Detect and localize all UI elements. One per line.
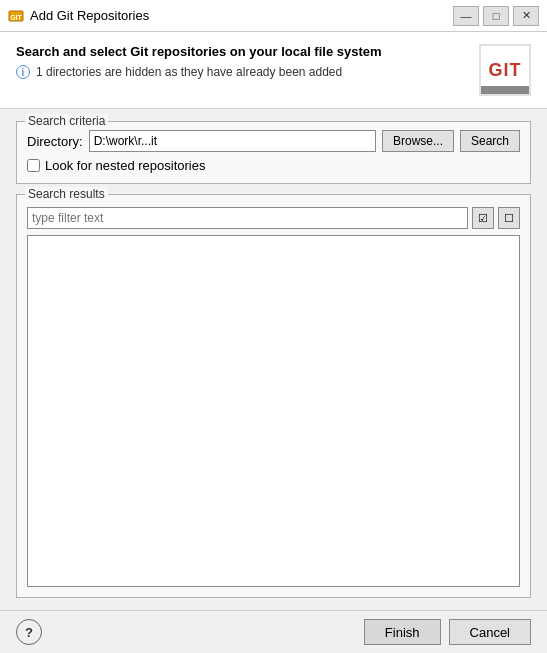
uncheck-all-button[interactable]: ☐: [498, 207, 520, 229]
search-button[interactable]: Search: [460, 130, 520, 152]
browse-button[interactable]: Browse...: [382, 130, 454, 152]
git-logo-text: GIT: [489, 60, 522, 81]
results-list[interactable]: [27, 235, 520, 587]
dialog-content: Search and select Git repositories on yo…: [0, 32, 547, 653]
nested-repos-checkbox[interactable]: [27, 159, 40, 172]
info-icon: i: [16, 65, 30, 79]
header-info: i 1 directories are hidden as they have …: [16, 65, 479, 79]
git-logo-bar: [481, 86, 529, 94]
close-button[interactable]: ✕: [513, 6, 539, 26]
svg-text:GIT: GIT: [10, 14, 22, 21]
cancel-button[interactable]: Cancel: [449, 619, 531, 645]
results-filter-row: ☑ ☐: [27, 207, 520, 229]
minimize-button[interactable]: —: [453, 6, 479, 26]
check-all-button[interactable]: ☑: [472, 207, 494, 229]
search-results-label: Search results: [25, 187, 108, 201]
window-title: Add Git Repositories: [30, 8, 453, 23]
directory-input[interactable]: [89, 130, 376, 152]
body-section: Search criteria Directory: Browse... Sea…: [0, 109, 547, 610]
nested-repos-label[interactable]: Look for nested repositories: [45, 158, 205, 173]
header-text-area: Search and select Git repositories on yo…: [16, 44, 479, 79]
header-title: Search and select Git repositories on yo…: [16, 44, 479, 59]
nested-repos-row: Look for nested repositories: [27, 158, 520, 173]
header-section: Search and select Git repositories on yo…: [0, 32, 547, 109]
filter-input[interactable]: [27, 207, 468, 229]
directory-label: Directory:: [27, 134, 83, 149]
dialog-footer: ? Finish Cancel: [0, 610, 547, 653]
title-bar: GIT Add Git Repositories — □ ✕: [0, 0, 547, 32]
window-controls: — □ ✕: [453, 6, 539, 26]
directory-row: Directory: Browse... Search: [27, 130, 520, 152]
search-results-group: Search results ☑ ☐: [16, 194, 531, 598]
window-icon: GIT: [8, 8, 24, 24]
help-button[interactable]: ?: [16, 619, 42, 645]
finish-button[interactable]: Finish: [364, 619, 441, 645]
footer-buttons: Finish Cancel: [364, 619, 531, 645]
search-criteria-group: Search criteria Directory: Browse... Sea…: [16, 121, 531, 184]
search-criteria-label: Search criteria: [25, 114, 108, 128]
git-logo: GIT: [479, 44, 531, 96]
maximize-button[interactable]: □: [483, 6, 509, 26]
header-info-text: 1 directories are hidden as they have al…: [36, 65, 342, 79]
